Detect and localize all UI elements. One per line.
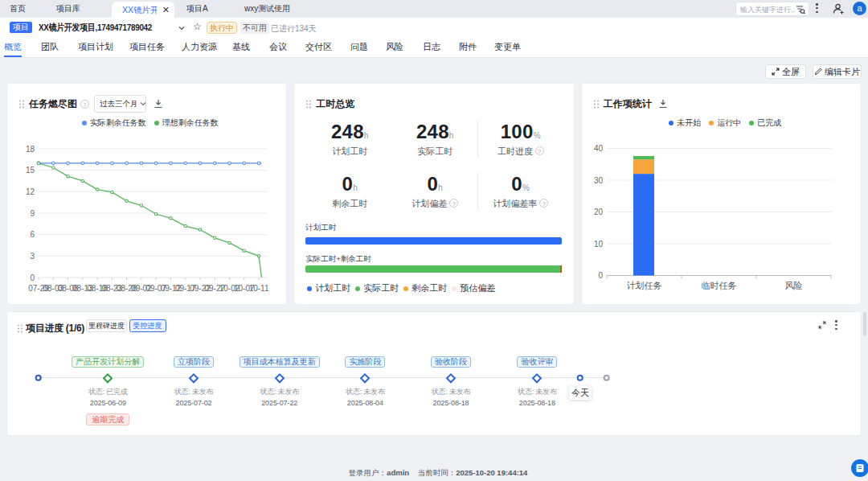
svg-text:12: 12	[26, 187, 35, 196]
svg-text:风险: 风险	[784, 281, 802, 290]
svg-text:20: 20	[594, 208, 604, 216]
svg-text:6: 6	[30, 230, 35, 239]
svg-text:15: 15	[26, 166, 35, 175]
svg-text:0: 0	[30, 273, 35, 282]
svg-text:30: 30	[594, 176, 604, 185]
svg-text:计划任务: 计划任务	[626, 281, 661, 290]
svg-text:3: 3	[30, 252, 35, 261]
svg-text:10: 10	[594, 240, 604, 249]
svg-text:10-11: 10-11	[249, 284, 269, 293]
svg-text:临时任务: 临时任务	[701, 281, 736, 290]
svg-text:9: 9	[30, 209, 35, 218]
svg-text:40: 40	[594, 144, 604, 153]
svg-text:0: 0	[598, 271, 603, 280]
svg-text:18: 18	[26, 145, 35, 154]
